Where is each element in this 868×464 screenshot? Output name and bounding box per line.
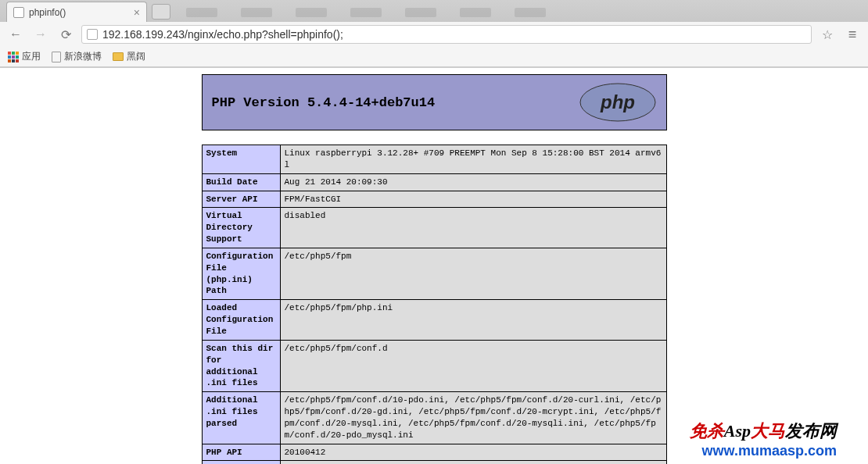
back-button[interactable]: ← [6,25,25,44]
file-icon [52,52,61,62]
config-value: Linux raspberrypi 3.12.28+ #709 PREEMPT … [280,145,666,174]
apps-icon [8,52,19,62]
config-value: /etc/php5/fpm/php.ini [280,300,666,341]
phpinfo-header: PHP Version 5.4.4-14+deb7u14 php [202,74,667,130]
config-value: disabled [280,208,666,248]
config-key: Configuration File (php.ini) Path [202,248,280,299]
php-logo: php [579,82,657,123]
config-key: PHP API [202,444,280,461]
config-value: /etc/php5/fpm/conf.d [280,340,666,391]
config-key: System [202,145,280,174]
menu-button[interactable]: ≡ [843,25,862,44]
bookmarks-bar: 应用 新浪微博 黑阔 [0,47,868,67]
table-row: Build DateAug 21 2014 20:09:30 [202,173,666,191]
bookmark-weibo[interactable]: 新浪微博 [52,50,102,63]
config-value: /etc/php5/fpm/conf.d/10-pdo.ini, /etc/ph… [280,392,666,444]
browser-tab[interactable]: phpinfo() × [6,2,147,22]
config-value: FPM/FastCGI [280,191,666,208]
bookmark-star-icon[interactable]: ☆ [818,25,837,44]
apps-label: 应用 [22,50,41,63]
config-key: Server API [202,191,280,208]
tab-title: phpinfo() [29,7,66,18]
tab-favicon [13,7,24,18]
config-value: 20100525 [280,461,666,464]
table-row: PHP API20100412 [202,444,666,461]
folder-icon [113,52,124,61]
bookmark-label: 新浪微博 [64,50,102,63]
watermark-title: 免杀Asp大马发布网 [690,419,837,443]
browser-chrome: phpinfo() × ← → ⟳ 192.168.199.243/nginx/… [0,0,868,68]
php-version-title: PHP Version 5.4.4-14+deb7u14 [212,95,436,110]
config-value: Aug 21 2014 20:09:30 [280,173,666,191]
table-row: Loaded Configuration File/etc/php5/fpm/p… [202,300,666,341]
table-row: Virtual Directory Supportdisabled [202,208,666,248]
table-row: Additional .ini files parsed/etc/php5/fp… [202,392,666,444]
phpinfo-table: SystemLinux raspberrypi 3.12.28+ #709 PR… [202,145,667,464]
table-row: SystemLinux raspberrypi 3.12.28+ #709 PR… [202,145,666,174]
toolbar: ← → ⟳ 192.168.199.243/nginx/echo.php?she… [0,22,868,47]
url-bar[interactable]: 192.168.199.243/nginx/echo.php?shell=php… [81,25,812,44]
phpinfo-container: PHP Version 5.4.4-14+deb7u14 php SystemL… [202,74,667,464]
config-key: Loaded Configuration File [202,300,280,341]
bookmark-label: 黑阔 [127,50,145,63]
reload-button[interactable]: ⟳ [56,25,75,44]
table-row: Configuration File (php.ini) Path/etc/ph… [202,248,666,299]
new-tab-button[interactable] [152,4,170,20]
config-key: Scan this dir for additional .ini files [202,340,280,391]
bookmark-heikuo[interactable]: 黑阔 [113,50,145,63]
tab-close-icon[interactable]: × [134,6,140,19]
background-tabs [186,3,868,22]
config-key: Additional .ini files parsed [202,392,280,444]
table-row: Server APIFPM/FastCGI [202,191,666,208]
tab-bar: phpinfo() × [0,0,868,22]
page-icon [87,29,98,40]
forward-button[interactable]: → [31,25,50,44]
config-key: Build Date [202,173,280,191]
watermark: 免杀Asp大马发布网 www.mumaasp.com [690,419,837,459]
config-key: Virtual Directory Support [202,208,280,248]
config-key: PHP Extension [202,461,280,464]
config-value: /etc/php5/fpm [280,248,666,299]
config-value: 20100412 [280,444,666,461]
table-row: PHP Extension20100525 [202,461,666,464]
table-row: Scan this dir for additional .ini files/… [202,340,666,391]
url-text: 192.168.199.243/nginx/echo.php?shell=php… [102,28,343,41]
apps-shortcut[interactable]: 应用 [8,50,41,63]
watermark-url: www.mumaasp.com [690,443,837,459]
svg-text:php: php [600,91,635,112]
